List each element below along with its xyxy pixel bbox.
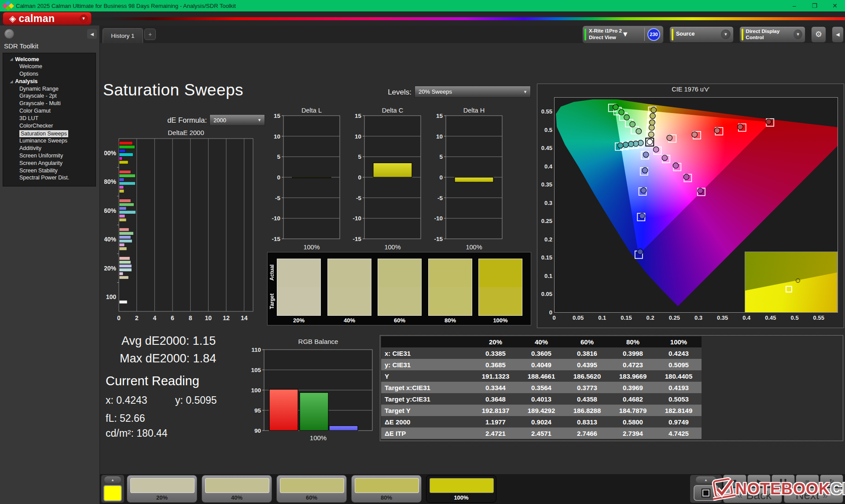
target-swatch xyxy=(479,287,522,315)
column-header: 100% xyxy=(656,336,702,347)
svg-text:15: 15 xyxy=(274,113,281,119)
display-control-dropdown[interactable]: Direct Display Control ▼ xyxy=(739,26,805,43)
table-cell: 183.9669 xyxy=(610,370,656,382)
svg-text:Delta L: Delta L xyxy=(301,107,322,114)
sidebar-item-3d-lut[interactable]: 3D LUT xyxy=(3,115,96,122)
repeat-button[interactable]: ↻ xyxy=(820,475,843,487)
table-cell: 0.5053 xyxy=(656,393,702,405)
de-formula-dropdown[interactable]: 2000 ▼ xyxy=(209,114,265,126)
sidebar-item-screen-stability[interactable]: Screen Stability xyxy=(3,167,96,175)
pause-button[interactable]: ❚❚ xyxy=(772,475,795,487)
sidebar-item-additivity[interactable]: Additivity xyxy=(3,145,96,152)
reading-y: y: 0.5095 xyxy=(175,394,217,406)
sidebar-group-analysis[interactable]: ◢Analysis xyxy=(3,78,96,85)
levels-label: Levels: xyxy=(343,88,411,97)
svg-text:100%: 100% xyxy=(466,244,482,251)
sidebar-item-screen-angularity[interactable]: Screen Angularity xyxy=(3,160,96,167)
back-button[interactable]: « Back xyxy=(723,488,782,503)
calman-brand-label: calman xyxy=(18,13,55,25)
app-logo-icon xyxy=(3,1,14,10)
settings-button[interactable]: ⚙ xyxy=(811,26,826,43)
stop-pattern-button[interactable] xyxy=(694,485,718,501)
svg-text:110: 110 xyxy=(251,347,261,353)
table-cell: 182.8149 xyxy=(656,405,702,416)
sidebar-item-options[interactable]: Options xyxy=(3,70,96,78)
svg-text:10: 10 xyxy=(355,133,361,140)
pattern-button-40[interactable]: 40% xyxy=(202,475,272,503)
swatch-label: 60% xyxy=(378,317,422,324)
target-swatch xyxy=(378,287,421,315)
levels-dropdown[interactable]: 20% Sweeps ▼ xyxy=(415,86,531,98)
svg-text:100%: 100% xyxy=(303,244,320,251)
pattern-label: 80% xyxy=(352,494,421,501)
inset-target-marker xyxy=(786,286,792,292)
svg-text:20%: 20% xyxy=(104,265,117,272)
cie-y-tick: 0.45 xyxy=(538,145,552,151)
current-pattern-swatch[interactable] xyxy=(103,485,122,501)
svg-text:100: 100 xyxy=(106,293,117,300)
table-row-e-itp: ΔE ITP2.47212.45712.74662.73944.7425 xyxy=(381,427,702,439)
panel-collapse-button[interactable]: ◀ xyxy=(832,26,844,43)
svg-text:100: 100 xyxy=(251,387,261,394)
source-dropdown[interactable]: Source ▼ xyxy=(669,26,734,43)
pattern-button-20[interactable]: 20% xyxy=(127,475,197,503)
cie-x-tick: 0.15 xyxy=(617,314,635,321)
sidebar-item-saturation-sweeps[interactable]: Saturation Sweeps xyxy=(19,130,68,137)
pattern-color-patch xyxy=(355,478,419,493)
row-label: Y xyxy=(381,370,473,382)
loop-button[interactable]: ∞ xyxy=(796,475,819,487)
stop-button[interactable]: ■ xyxy=(723,475,746,487)
stop-icon xyxy=(702,489,709,497)
table-cell: 2.7394 xyxy=(610,427,656,439)
sidebar-item-color-gamut[interactable]: Color Gamut xyxy=(3,107,96,115)
sidebar-group-welcome[interactable]: ◢Welcome xyxy=(3,55,96,63)
next-button[interactable]: Next » xyxy=(784,488,843,503)
add-tab-button[interactable]: + xyxy=(144,29,156,40)
svg-text:-10: -10 xyxy=(434,215,443,222)
close-button[interactable]: ✕ xyxy=(825,2,845,9)
swatch-label: 100% xyxy=(478,317,522,324)
play-button[interactable]: ▶ xyxy=(747,475,771,487)
sidebar-item-spectral-power-dist[interactable]: Spectral Power Dist. xyxy=(3,174,96,182)
expand-up-button[interactable]: ▲ xyxy=(104,476,121,483)
sidebar-collapse-button[interactable]: ◀ xyxy=(87,29,97,39)
reading-x: x: 0.4243 xyxy=(106,394,147,406)
table-cell: 2.7466 xyxy=(564,427,610,439)
chevron-right-icon: » xyxy=(823,490,828,501)
svg-text:-10: -10 xyxy=(353,215,361,222)
sidebar-item-welcome[interactable]: Welcome xyxy=(3,63,96,70)
table-cell: 0.3564 xyxy=(518,382,564,393)
svg-text:5: 5 xyxy=(439,153,443,160)
tab-history-1[interactable]: History 1 xyxy=(103,28,143,43)
sidebar-item-luminance-sweeps[interactable]: Luminance Sweeps xyxy=(3,137,96,145)
pattern-controls-panel: ▲ xyxy=(690,475,722,503)
actual-row-label: Actual xyxy=(269,259,275,286)
cie-y-tick: 0.2 xyxy=(538,236,552,243)
pattern-label: 100% xyxy=(426,494,496,501)
sidebar-item-grayscale-multi[interactable]: Grayscale - Multi xyxy=(3,100,96,107)
table-cell: 0.3685 xyxy=(473,359,518,370)
svg-text:-5: -5 xyxy=(275,195,280,201)
meter-dropdown[interactable]: X-Rite i1Pro 2 Direct View ▼ xyxy=(584,26,642,43)
tab-strip: History 1 + X-Rite i1Pro 2 Direct View ▼… xyxy=(100,26,845,43)
pattern-button-80[interactable]: 80% xyxy=(351,475,422,503)
sidebar-item-grayscale-2pt[interactable]: Grayscale - 2pt xyxy=(3,92,96,100)
swatch-comparison-strip: ActualTarget20%40%60%80%100% xyxy=(267,252,531,325)
calman-menu-button[interactable]: ◈ calman ▼ xyxy=(3,12,92,25)
sidebar-item-screen-uniformity[interactable]: Screen Uniformity xyxy=(3,152,96,160)
meter-group: X-Rite i1Pro 2 Direct View ▼ 230 xyxy=(582,26,664,44)
pattern-button-60[interactable]: 60% xyxy=(276,475,347,503)
sidebar-item-dynamic-range[interactable]: Dynamic Range xyxy=(3,85,96,93)
expand-up-button[interactable]: ▲ xyxy=(696,476,716,483)
workflow-radio-button[interactable] xyxy=(4,29,14,39)
pattern-button-100[interactable]: 100% xyxy=(426,475,496,503)
sidebar-item-colorchecker[interactable]: ColorChecker xyxy=(3,122,96,130)
table-cell: 2.4721 xyxy=(473,427,518,439)
restore-button[interactable]: ❐ xyxy=(805,2,825,9)
stop-icon: ■ xyxy=(733,478,736,484)
svg-text:90: 90 xyxy=(254,427,261,434)
minimize-button[interactable]: – xyxy=(784,2,805,9)
svg-text:100%: 100% xyxy=(384,244,400,251)
row-label: Target y:CIE31 xyxy=(381,393,473,405)
table-cell: 0.4723 xyxy=(610,359,656,370)
